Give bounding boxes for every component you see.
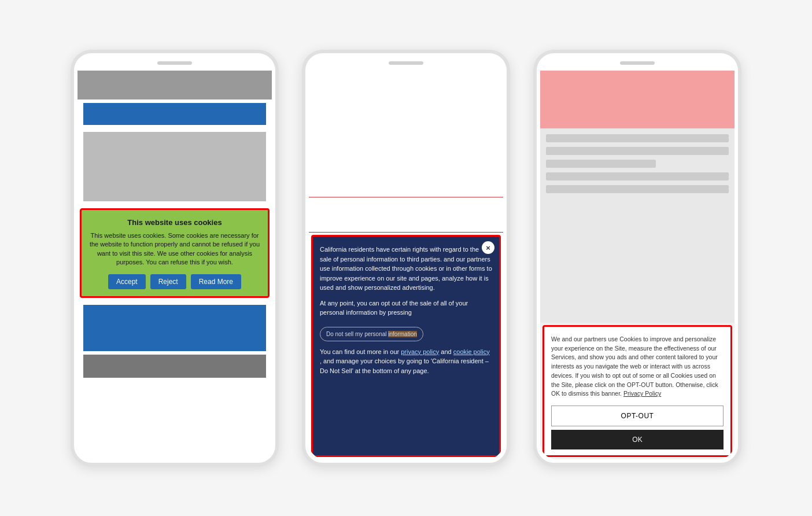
p2-white-area bbox=[309, 71, 503, 198]
p3-gray-lines bbox=[540, 128, 735, 323]
phone2-privacy-link[interactable]: privacy policy bbox=[401, 348, 439, 355]
p1-bottom-blue bbox=[83, 305, 266, 351]
phone1-buttons: Accept Reject Read More bbox=[87, 274, 262, 289]
phone1-cookie-text: This website uses cookies. Some cookies … bbox=[87, 231, 262, 267]
phone1-read-more-button[interactable]: Read More bbox=[191, 274, 241, 289]
p3-pink-block bbox=[540, 71, 735, 128]
phone3-privacy-link[interactable]: Privacy Policy bbox=[623, 390, 661, 397]
phone2-body1: California residents have certain rights… bbox=[320, 245, 492, 293]
phone3-ok-button[interactable]: OK bbox=[551, 430, 724, 449]
phone-3-screen: We and our partners use Cookies to impro… bbox=[540, 71, 735, 459]
phone1-content: This website uses cookies This website u… bbox=[77, 71, 272, 459]
phone2-body4: You can find out more in our privacy pol… bbox=[320, 347, 492, 376]
phone2-dont-sell-button[interactable]: Do not sell my personal information bbox=[320, 327, 423, 341]
p2-white-area2 bbox=[309, 198, 503, 233]
phone2-cookie-banner: × California residents have certain righ… bbox=[311, 235, 501, 457]
phone2-close-button[interactable]: × bbox=[482, 241, 494, 254]
phone1-accept-button[interactable]: Accept bbox=[108, 274, 146, 289]
phone-1: This website uses cookies This website u… bbox=[71, 50, 279, 466]
p1-gray-block bbox=[83, 132, 266, 201]
phone-2: × California residents have certain righ… bbox=[302, 50, 510, 466]
phone2-cookie-link[interactable]: cookie policy bbox=[453, 348, 490, 355]
dont-sell-label: Do not sell my personal information bbox=[326, 331, 417, 337]
phone1-cookie-title: This website uses cookies bbox=[87, 218, 262, 227]
phone3-cookie-banner: We and our partners use Cookies to impro… bbox=[542, 325, 732, 457]
p3-line3 bbox=[546, 160, 656, 168]
p3-line4 bbox=[546, 172, 729, 180]
p1-blue-bar bbox=[83, 103, 266, 125]
phone1-reject-button[interactable]: Reject bbox=[150, 274, 186, 289]
phone3-content: We and our partners use Cookies to impro… bbox=[540, 71, 735, 459]
phone2-body3: At any point, you can opt out of the sal… bbox=[320, 298, 492, 318]
p3-line5 bbox=[546, 185, 729, 193]
phone3-cookie-text: We and our partners use Cookies to impro… bbox=[551, 335, 724, 399]
phone3-opt-out-button[interactable]: OPT-OUT bbox=[551, 406, 724, 426]
phone1-cookie-banner: This website uses cookies This website u… bbox=[80, 208, 270, 298]
p1-top-placeholder bbox=[77, 71, 272, 99]
p1-bottom-gray bbox=[83, 355, 266, 378]
p3-line1 bbox=[546, 134, 729, 142]
phone-2-screen: × California residents have certain righ… bbox=[309, 71, 503, 459]
phones-container: This website uses cookies This website u… bbox=[47, 27, 765, 489]
phone-3: We and our partners use Cookies to impro… bbox=[533, 50, 741, 466]
p3-line2 bbox=[546, 147, 729, 155]
phone-1-screen: This website uses cookies This website u… bbox=[77, 71, 272, 459]
phone2-content: × California residents have certain righ… bbox=[309, 71, 503, 459]
